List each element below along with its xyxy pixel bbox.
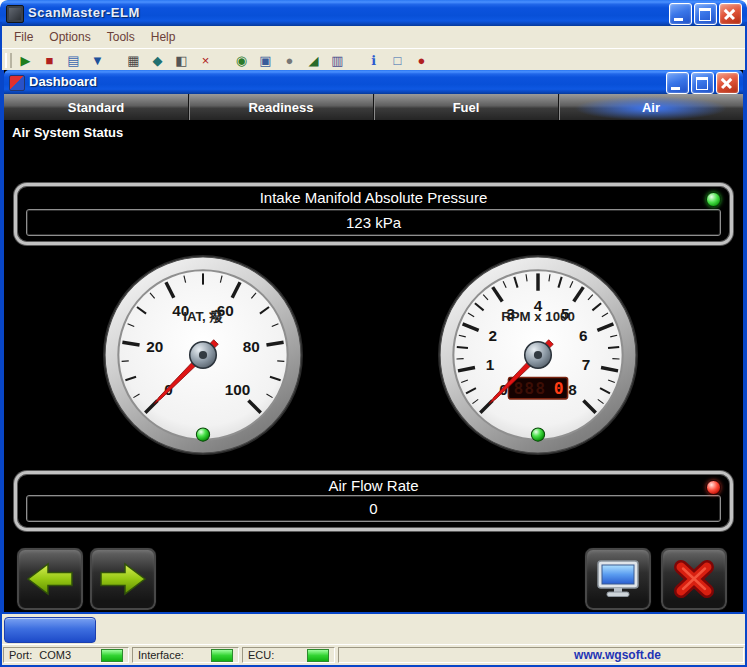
status-ecu-panel: ECU:: [242, 647, 335, 663]
settings-icon[interactable]: ◆: [149, 52, 166, 69]
tab-bar: Standard Readiness Fuel Air: [4, 94, 743, 120]
maximize-button[interactable]: [694, 3, 717, 25]
airflow-display-value: 0: [26, 495, 721, 522]
print-icon[interactable]: ▦: [125, 52, 142, 69]
iat-gauge-label: IAT, 癈: [183, 309, 223, 324]
menu-options[interactable]: Options: [41, 28, 98, 46]
live-data-icon[interactable]: ◉: [233, 52, 250, 69]
rpm-gauge-led-icon: [531, 428, 544, 441]
map-display-panel: Intake Manifold Absolute Pressure 123 kP…: [14, 183, 733, 245]
dashboard-logo-icon: [9, 75, 25, 91]
open-log-icon[interactable]: ▤: [65, 52, 82, 69]
svg-text:100: 100: [225, 381, 251, 398]
map-status-led-icon: [706, 192, 721, 207]
clear-codes-icon[interactable]: ×: [197, 52, 214, 69]
freeze-frame-icon[interactable]: ▣: [257, 52, 274, 69]
previous-page-button[interactable]: [16, 547, 84, 611]
airflow-display-label: Air Flow Rate: [17, 477, 730, 494]
display-settings-button[interactable]: [584, 547, 652, 611]
rpm-gauge-label: RPM x 1000: [501, 309, 575, 324]
section-title: Air System Status: [4, 120, 743, 146]
menu-tools[interactable]: Tools: [99, 28, 143, 46]
exit-icon[interactable]: ●: [413, 52, 430, 69]
graph-icon[interactable]: ◢: [305, 52, 322, 69]
next-page-button[interactable]: [89, 547, 157, 611]
scanmaster-window: ScanMaster-ELM File Options Tools Help ▶…: [0, 0, 747, 667]
status-website-panel: www.wgsoft.de: [338, 647, 744, 663]
dashboard-close-button[interactable]: [716, 72, 739, 94]
rpm-lcd-display: 888 0: [508, 377, 567, 398]
toolbar-icons: ▶■▤▼▦◆◧×◉▣●◢▥ℹ□●: [17, 52, 430, 69]
rpm-gauge: 012345678 RPM x 1000 888 0: [436, 253, 640, 457]
table-icon[interactable]: ▥: [329, 52, 346, 69]
ecu-label: ECU:: [248, 649, 274, 661]
dashboard-area: Intake Manifold Absolute Pressure 123 kP…: [4, 145, 743, 612]
svg-text:2: 2: [489, 327, 498, 344]
iat-gauge-led-icon: [196, 428, 209, 441]
port-value: COM3: [39, 649, 71, 661]
monitor-icon: [595, 559, 641, 599]
svg-text:7: 7: [582, 356, 591, 373]
status-interface-panel: Interface:: [132, 647, 239, 663]
info-icon[interactable]: ℹ: [365, 52, 382, 69]
close-x-icon: [671, 559, 717, 599]
save-log-icon[interactable]: ▼: [89, 52, 106, 69]
tab-air[interactable]: Air: [558, 94, 743, 120]
monitor-icon[interactable]: □: [389, 52, 406, 69]
ecu-status-led-icon: [307, 649, 329, 662]
airflow-display-panel: Air Flow Rate 0: [14, 471, 733, 531]
dashboard-window: Dashboard Standard Readiness Fuel Air Ai…: [2, 70, 745, 614]
port-label: Port:: [9, 649, 32, 661]
disconnect-icon[interactable]: ■: [41, 52, 58, 69]
read-codes-icon[interactable]: ◧: [173, 52, 190, 69]
dashboard-maximize-button[interactable]: [691, 72, 714, 94]
dtc-lookup-icon[interactable]: ●: [281, 52, 298, 69]
airflow-status-led-icon: [706, 480, 721, 495]
interface-status-led-icon: [211, 649, 233, 662]
tab-readiness[interactable]: Readiness: [188, 94, 373, 120]
website-link[interactable]: www.wgsoft.de: [574, 648, 661, 662]
toolbar: ▶■▤▼▦◆◧×◉▣●◢▥ℹ□●: [2, 48, 745, 71]
iat-gauge: 020406080100 IAT, 癈: [101, 253, 305, 457]
window-border-left: [0, 22, 2, 667]
left-arrow-icon: [27, 559, 73, 599]
svg-text:20: 20: [146, 338, 163, 355]
svg-text:6: 6: [579, 327, 588, 344]
toolbar-grip[interactable]: [5, 53, 12, 68]
status-bar: Port: COM3 Interface: ECU: www.wgsoft.de: [0, 644, 747, 665]
partial-button[interactable]: [4, 617, 96, 643]
dashboard-titlebar[interactable]: Dashboard: [4, 70, 743, 94]
map-display-value: 123 kPa: [26, 209, 721, 236]
main-window-title: ScanMaster-ELM: [28, 5, 140, 20]
status-port-panel: Port: COM3: [3, 647, 129, 663]
svg-text:80: 80: [243, 338, 260, 355]
right-arrow-icon: [100, 559, 146, 599]
bottom-strip: [0, 614, 747, 644]
close-button[interactable]: [719, 3, 742, 25]
svg-text:1: 1: [486, 356, 495, 373]
rpm-lcd-value: 0: [554, 379, 564, 398]
dashboard-title: Dashboard: [29, 74, 97, 89]
interface-label: Interface:: [138, 649, 184, 661]
minimize-button[interactable]: [669, 3, 692, 25]
connect-icon[interactable]: ▶: [17, 52, 34, 69]
map-display-label: Intake Manifold Absolute Pressure: [17, 189, 730, 206]
svg-text:8: 8: [568, 381, 577, 398]
close-dashboard-button[interactable]: [660, 547, 728, 611]
main-titlebar[interactable]: ScanMaster-ELM: [0, 0, 747, 26]
port-status-led-icon: [101, 649, 123, 662]
rpm-lcd-ghost-digits: 888: [514, 379, 547, 398]
app-chip-icon: [6, 5, 24, 23]
menu-help[interactable]: Help: [143, 28, 184, 46]
dashboard-minimize-button[interactable]: [666, 72, 689, 94]
tab-fuel[interactable]: Fuel: [373, 94, 558, 120]
tab-standard[interactable]: Standard: [4, 94, 188, 120]
menu-file[interactable]: File: [6, 28, 41, 46]
menubar: File Options Tools Help: [2, 26, 745, 48]
